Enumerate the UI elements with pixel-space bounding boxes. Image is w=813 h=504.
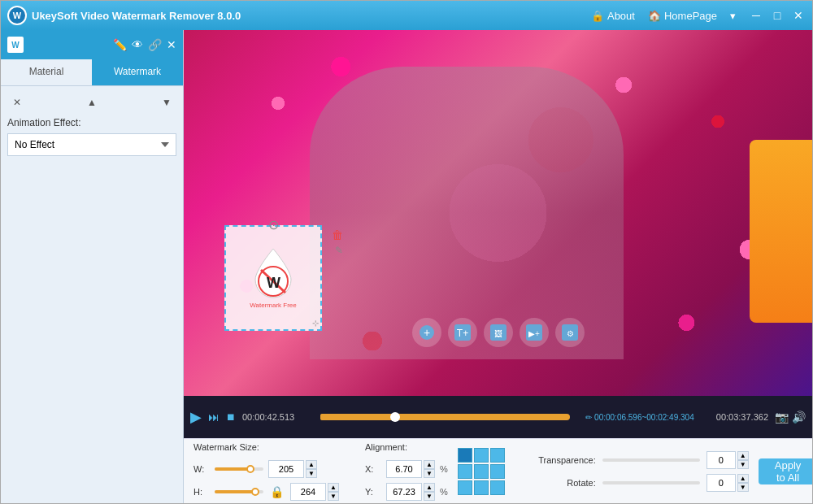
close-button[interactable]: ✕ <box>791 8 806 23</box>
y-spin-down[interactable]: ▼ <box>424 492 435 501</box>
transparency-spin-up[interactable]: ▲ <box>737 451 749 460</box>
add-image-icon: 🖼 <box>490 324 506 341</box>
sidebar-tabs: Material Watermark <box>1 59 183 86</box>
svg-text:+: + <box>423 326 429 339</box>
w-spin-down[interactable]: ▼ <box>306 469 317 478</box>
h-input-group: ▲ ▼ <box>290 483 339 501</box>
align-middle-left[interactable] <box>458 464 472 479</box>
next-frame-button[interactable]: ⏭ <box>208 411 220 424</box>
main-window: W UkeySoft Video Watermark Remover 8.0.0… <box>0 0 813 504</box>
rotate-slider[interactable] <box>602 481 700 484</box>
transparency-slider[interactable] <box>602 458 700 462</box>
x-row: X: ▲ ▼ % <box>365 460 448 478</box>
maximize-button[interactable]: □ <box>770 8 785 23</box>
x-spin: ▲ ▼ <box>424 460 435 478</box>
camera-icon[interactable]: 📷 <box>775 411 789 424</box>
y-input[interactable] <box>386 483 422 501</box>
w-slider-fill <box>215 467 249 471</box>
align-bottom-left[interactable] <box>458 480 472 495</box>
align-top-left[interactable] <box>458 448 472 463</box>
h-spin-down[interactable]: ▼ <box>328 492 339 501</box>
align-bottom-right[interactable] <box>490 480 505 495</box>
effects-icon: ⚙ <box>562 324 578 341</box>
rotate-spin-up[interactable]: ▲ <box>737 474 749 483</box>
align-middle-center[interactable] <box>474 464 489 479</box>
delete-item-button[interactable]: ✕ <box>7 93 27 112</box>
timeline-thumb[interactable] <box>390 412 400 422</box>
watermark-edit-button[interactable]: ✎ <box>335 245 343 256</box>
align-middle-right[interactable] <box>490 464 505 479</box>
x-spin-down[interactable]: ▼ <box>424 469 435 478</box>
w-input[interactable] <box>268 460 304 478</box>
timeline-controls: ▶ ⏭ ⏹ 00:00:42.513 ✏ 00:00:06.596~00:02:… <box>190 408 806 426</box>
watermark-text-label: Watermark Free <box>250 302 297 309</box>
stop-button[interactable]: ⏹ <box>226 411 236 423</box>
move-down-button[interactable]: ▼ <box>157 93 176 112</box>
video-area: ⊙ W Watermark Free <box>184 30 812 503</box>
dropdown-btn[interactable]: ▾ <box>730 10 736 22</box>
sidebar: W ✏️ 👁 🔗 ✕ Material Watermark ✕ ▲ ▼ <box>1 30 184 503</box>
close-sidebar-icon[interactable]: ✕ <box>167 38 176 51</box>
add-text-button[interactable]: T+ <box>448 318 477 347</box>
add-text-icon: T+ <box>454 324 471 341</box>
effects-button[interactable]: ⚙ <box>555 318 585 347</box>
add-video-button[interactable]: ▶+ <box>520 318 549 347</box>
animation-select[interactable]: No Effect <box>7 133 176 156</box>
w-slider-track[interactable] <box>215 467 263 471</box>
h-input[interactable] <box>290 483 326 501</box>
lock-icon[interactable]: 🔒 <box>270 485 284 498</box>
tab-material[interactable]: Material <box>1 59 92 85</box>
transparency-input[interactable] <box>706 451 736 469</box>
timeline-selection: ✏ 00:00:06.596~00:02:49.304 <box>583 413 697 422</box>
rotate-input[interactable] <box>706 474 736 492</box>
x-spin-up[interactable]: ▲ <box>424 460 435 469</box>
window-controls: ─ □ ✕ <box>749 8 806 23</box>
tab-watermark[interactable]: Watermark <box>92 59 183 85</box>
w-spin-up[interactable]: ▲ <box>306 460 317 469</box>
y-unit: % <box>440 487 448 497</box>
add-image-button[interactable]: 🖼 <box>484 318 513 347</box>
y-label: Y: <box>365 487 381 497</box>
w-slider-thumb[interactable] <box>246 465 254 473</box>
play-button[interactable]: ▶ <box>190 408 202 426</box>
add-media-button[interactable]: + <box>412 318 441 347</box>
transparency-spin-down[interactable]: ▼ <box>737 460 749 469</box>
w-input-group: ▲ ▼ <box>268 460 317 478</box>
x-input[interactable] <box>386 460 422 478</box>
watermark-size-label: Watermark Size: <box>193 442 339 452</box>
timeline: ▶ ⏭ ⏹ 00:00:42.513 ✏ 00:00:06.596~00:02:… <box>184 396 812 438</box>
x-label: X: <box>365 464 381 474</box>
rotate-label: Rotate: <box>531 478 596 488</box>
watermark-delete-button[interactable]: 🗑 <box>332 228 343 241</box>
timeline-track[interactable] <box>320 414 570 420</box>
pen-icon[interactable]: ✏️ <box>113 38 127 51</box>
animation-label: Animation Effect: <box>7 117 176 128</box>
h-spin: ▲ ▼ <box>328 483 339 501</box>
app-logo: W <box>7 6 27 25</box>
homepage-link[interactable]: 🏠 HomePage <box>648 10 717 22</box>
h-spin-up[interactable]: ▲ <box>328 483 339 492</box>
width-row: W: ▲ ▼ <box>193 460 339 478</box>
volume-icon[interactable]: 🔊 <box>792 411 806 424</box>
link-icon[interactable]: 🔗 <box>148 38 162 51</box>
h-slider-track[interactable] <box>215 490 263 493</box>
move-up-button[interactable]: ▲ <box>82 93 102 112</box>
titlebar: W UkeySoft Video Watermark Remover 8.0.0… <box>1 1 812 30</box>
timeline-progress <box>320 414 395 420</box>
align-bottom-center[interactable] <box>474 480 489 495</box>
rotate-spin-down[interactable]: ▼ <box>737 483 749 492</box>
about-link[interactable]: 🔒 About <box>591 10 635 22</box>
video-toolbar: + T+ 🖼 <box>184 315 812 350</box>
h-slider <box>215 490 263 493</box>
minimize-button[interactable]: ─ <box>749 8 763 23</box>
eye-icon[interactable]: 👁 <box>132 38 143 51</box>
yellow-element <box>750 140 812 323</box>
watermark-content: W Watermark Free <box>250 247 297 309</box>
align-top-center[interactable] <box>474 448 489 463</box>
y-spin: ▲ ▼ <box>424 483 435 501</box>
align-top-right[interactable] <box>490 448 505 463</box>
y-spin-up[interactable]: ▲ <box>424 483 435 492</box>
h-slider-thumb[interactable] <box>251 488 259 496</box>
end-time: 00:03:37.362 <box>703 412 768 422</box>
apply-to-all-button[interactable]: Apply to All <box>759 458 812 484</box>
